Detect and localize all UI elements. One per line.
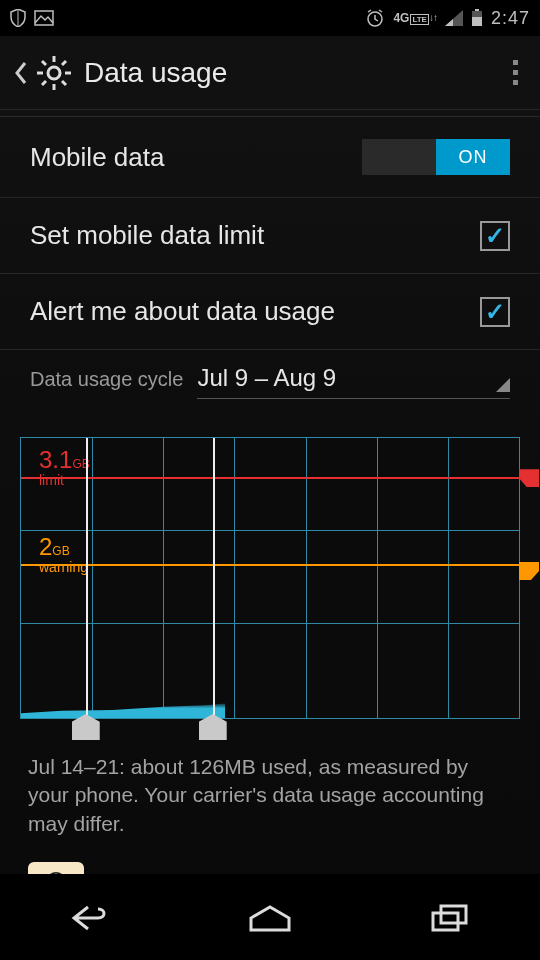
selection-end-line[interactable] [213,438,215,718]
svg-marker-2 [445,10,463,26]
limit-threshold-label: 3.1GB limit [39,446,90,488]
settings-gear-icon[interactable] [34,53,74,93]
warning-threshold[interactable] [21,564,529,566]
chart-container: 3.1GB limit 2GB warning [0,413,540,727]
status-bar: 4GLTE ↓↑ 2:47 [0,0,540,36]
svg-line-14 [42,81,46,85]
cycle-spinner[interactable]: Jul 9 – Aug 9 [197,360,510,399]
battery-icon [471,9,483,27]
warning-drag-handle-icon[interactable] [519,562,539,580]
limit-drag-handle-icon[interactable] [519,469,539,487]
set-limit-checkbox[interactable]: ✓ [480,221,510,251]
shield-icon [10,9,26,27]
status-clock: 2:47 [491,8,530,29]
svg-line-15 [62,61,66,65]
screen: 4GLTE ↓↑ 2:47 Data usage Mobile data [0,0,540,960]
app-list-item[interactable]: Instagram 22.58MB [0,852,540,874]
cycle-value: Jul 9 – Aug 9 [197,364,336,392]
picture-icon [34,10,54,26]
selection-start-line[interactable] [86,438,88,718]
svg-line-12 [42,61,46,65]
navigation-bar [0,874,540,960]
signal-icon [445,10,463,26]
page-title: Data usage [84,57,505,89]
spinner-indicator-icon [496,378,510,392]
content: Mobile data ON Set mobile data limit ✓ A… [0,110,540,874]
row-set-limit[interactable]: Set mobile data limit ✓ [0,198,540,274]
svg-line-13 [62,81,66,85]
usage-area [21,702,225,718]
svg-rect-5 [472,17,482,26]
check-icon: ✓ [485,222,505,250]
app-header: Data usage [0,36,540,110]
network-4glte-icon: 4GLTE ↓↑ [393,12,437,24]
nav-back-button[interactable] [45,893,135,943]
svg-rect-6 [475,9,479,11]
usage-summary: Jul 14–21: about 126MB used, as measured… [0,727,540,852]
toggle-off-half [362,139,436,175]
toggle-on-half: ON [436,139,510,175]
alarm-icon [365,8,385,28]
data-usage-chart[interactable]: 3.1GB limit 2GB warning [20,437,520,719]
mobile-data-label: Mobile data [30,142,164,173]
mobile-data-toggle[interactable]: ON [362,139,510,175]
check-icon: ✓ [485,298,505,326]
nav-home-button[interactable] [225,893,315,943]
alert-checkbox[interactable]: ✓ [480,297,510,327]
row-mobile-data[interactable]: Mobile data ON [0,116,540,198]
alert-label: Alert me about data usage [30,296,335,327]
svg-point-7 [48,67,60,79]
set-limit-label: Set mobile data limit [30,220,264,251]
cycle-label: Data usage cycle [30,368,183,391]
row-alert[interactable]: Alert me about data usage ✓ [0,274,540,350]
status-right: 4GLTE ↓↑ 2:47 [365,8,530,29]
instagram-app-icon [28,862,84,874]
overflow-menu-button[interactable] [505,54,526,91]
row-cycle: Data usage cycle Jul 9 – Aug 9 [0,350,540,413]
status-left [10,9,54,27]
warning-threshold-label: 2GB warning [39,533,88,575]
nav-recent-button[interactable] [405,893,495,943]
back-icon[interactable] [14,61,28,85]
limit-threshold[interactable] [21,477,529,479]
